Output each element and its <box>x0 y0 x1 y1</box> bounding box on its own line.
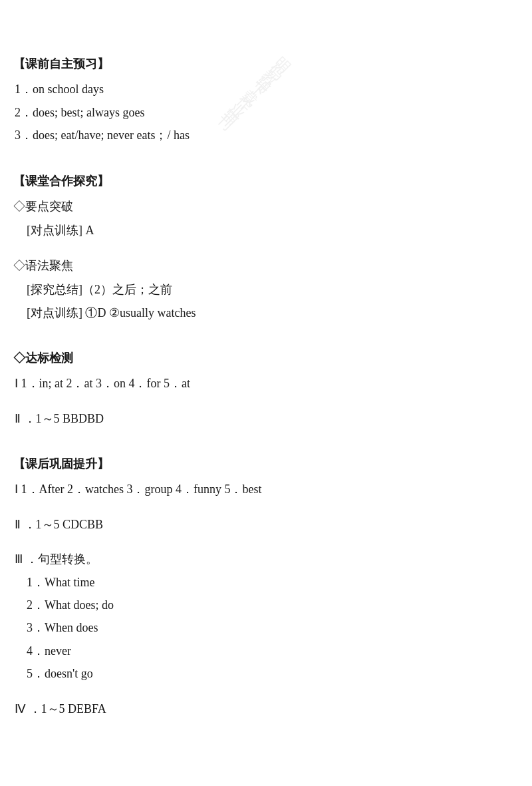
yufa-item-1: [探究总结]（2）之后；之前 <box>13 279 519 300</box>
consolidation-item-4: Ⅳ ．1～5 DEBFA <box>13 698 519 719</box>
consolidation-content-3: ．句型转换。 <box>26 552 98 566</box>
check-content-2: ．1～5 BBDBD <box>24 412 104 425</box>
section-preview-title: 【课前自主预习】 <box>13 53 519 75</box>
subsection-yufa: ◇语法聚焦 [探究总结]（2）之后；之前 [对点训练] ①D ②usually … <box>13 255 519 323</box>
consolidation-sub-item-2: 2．What does; do <box>13 594 519 616</box>
consolidation-sub-item-4: 4．never <box>13 640 519 662</box>
consolidation-content-4: ．1～5 DEBFA <box>29 702 106 715</box>
consolidation-sub-item-1: 1．What time <box>13 572 519 593</box>
yaodian-subtitle: ◇要点突破 <box>13 196 519 217</box>
consolidation-sub-item-5: 5．doesn't go <box>13 663 519 684</box>
check-item-2: Ⅱ ．1～5 BBDBD <box>13 408 519 429</box>
section-preview: 【课前自主预习】 1．on school days 2．does; best; … <box>13 53 519 146</box>
section-consolidation: 【课后巩固提升】 Ⅰ 1．After 2．watches 3．group 4．f… <box>13 453 519 719</box>
yufa-item-2: [对点训练] ①D ②usually watches <box>13 302 519 323</box>
subsection-yaodian: ◇要点突破 [对点训练] A <box>13 196 519 242</box>
preview-item-3: 3．does; eat/have; never eats；/ has <box>13 124 519 146</box>
check-label-1: Ⅰ <box>15 377 18 390</box>
content-wrapper: 【课前自主预习】 1．on school days 2．does; best; … <box>13 53 519 719</box>
section-check-title: ◇达标检测 <box>13 347 519 369</box>
consolidation-item-3: Ⅲ ．句型转换。 <box>13 548 519 570</box>
consolidation-content-1: 1．After 2．watches 3．group 4．funny 5．best <box>21 483 262 496</box>
consolidation-item-1: Ⅰ 1．After 2．watches 3．group 4．funny 5．be… <box>13 479 519 500</box>
check-content-1: 1．in; at 2．at 3．on 4．for 5．at <box>21 377 190 390</box>
section-consolidation-title: 【课后巩固提升】 <box>13 453 519 475</box>
consolidation-label-1: Ⅰ <box>15 483 18 496</box>
check-label-2: Ⅱ <box>15 412 21 425</box>
yaodian-item-1: [对点训练] A <box>13 220 519 241</box>
consolidation-label-4: Ⅳ <box>15 702 26 715</box>
consolidation-label-3: Ⅲ <box>15 552 23 566</box>
consolidation-content-2: ．1～5 CDCBB <box>24 518 104 531</box>
preview-item-1: 1．on school days <box>13 79 519 100</box>
yufa-subtitle: ◇语法聚焦 <box>13 255 519 276</box>
consolidation-sub-item-3: 3．When does <box>13 617 519 638</box>
check-item-1: Ⅰ 1．in; at 2．at 3．on 4．for 5．at <box>13 373 519 394</box>
consolidation-item-2: Ⅱ ．1～5 CDCBB <box>13 514 519 535</box>
preview-item-2: 2．does; best; always goes <box>13 102 519 123</box>
section-classroom-title: 【课堂合作探究】 <box>13 170 519 192</box>
section-check: ◇达标检测 Ⅰ 1．in; at 2．at 3．on 4．for 5．at Ⅱ … <box>13 347 519 429</box>
section-classroom: 【课堂合作探究】 ◇要点突破 [对点训练] A ◇语法聚焦 [探究总结]（2）之… <box>13 170 519 323</box>
consolidation-label-2: Ⅱ <box>15 518 21 531</box>
